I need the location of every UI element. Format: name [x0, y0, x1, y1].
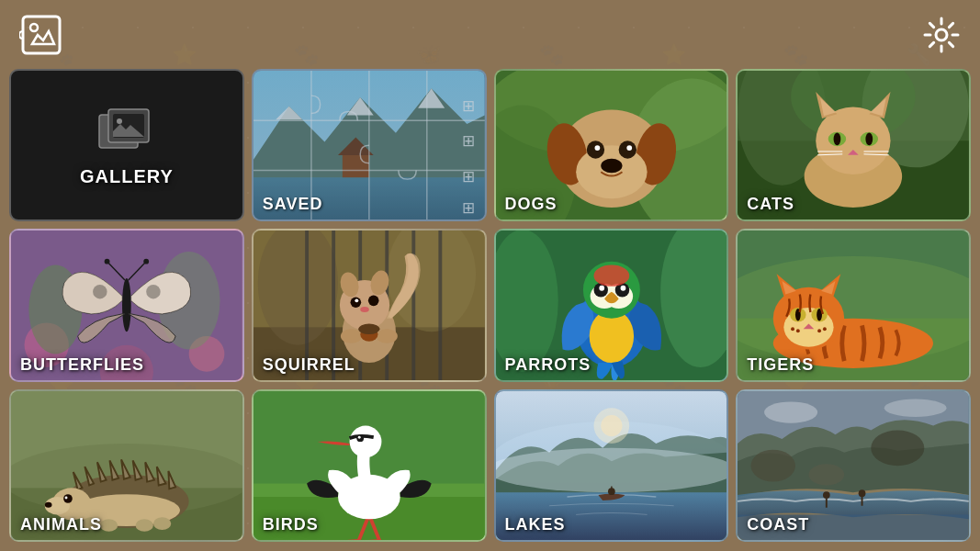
svg-line-8	[949, 42, 952, 46]
tile-parrots[interactable]: PARROTS	[494, 229, 729, 381]
svg-point-112	[593, 265, 629, 287]
svg-point-43	[626, 145, 632, 151]
svg-point-73	[146, 285, 160, 298]
svg-point-59	[866, 133, 873, 146]
svg-point-44	[601, 159, 622, 173]
svg-point-185	[764, 401, 817, 422]
tile-animals[interactable]: ANIMALS	[9, 389, 244, 542]
svg-point-148	[63, 494, 73, 503]
tile-saved[interactable]: ⊞ ⊞ ⊞ ⊞ SAVED	[252, 69, 487, 221]
animals-label: ANIMALS	[11, 510, 242, 540]
svg-point-58	[834, 133, 841, 146]
svg-point-1	[30, 24, 38, 31]
svg-point-178	[751, 449, 795, 481]
svg-point-130	[817, 330, 821, 333]
svg-point-71	[122, 278, 131, 332]
svg-point-93	[368, 296, 379, 307]
header	[0, 0, 980, 69]
svg-point-170	[496, 447, 727, 491]
svg-rect-0	[23, 17, 60, 53]
svg-point-167	[358, 435, 361, 438]
svg-point-129	[796, 330, 800, 333]
svg-point-149	[65, 496, 68, 499]
tile-squirrel[interactable]: SQUIRREL	[252, 229, 487, 381]
svg-line-7	[929, 23, 933, 27]
parrots-label: PARROTS	[496, 350, 727, 380]
svg-point-96	[341, 330, 362, 343]
svg-point-51	[816, 107, 890, 175]
svg-point-72	[93, 285, 107, 298]
lakes-label: LAKES	[496, 510, 727, 540]
svg-line-9	[949, 23, 952, 27]
dogs-label: DOGS	[496, 189, 727, 219]
tile-coast[interactable]: COAST	[736, 389, 971, 542]
butterflies-label: BUTTERFLIES	[11, 350, 242, 380]
tile-dogs[interactable]: DOGS	[494, 69, 729, 221]
tigers-label: TIGERS	[738, 350, 969, 380]
app-logo	[18, 12, 64, 58]
squirrel-label: SQUIRREL	[253, 350, 485, 380]
svg-point-97	[376, 330, 397, 343]
svg-point-131	[823, 328, 827, 332]
svg-point-42	[594, 145, 600, 151]
svg-point-165	[349, 425, 381, 457]
svg-rect-21	[343, 155, 369, 177]
svg-text:⊞: ⊞	[462, 131, 475, 150]
svg-point-2	[936, 29, 947, 40]
svg-point-110	[599, 286, 604, 291]
svg-text:⊞: ⊞	[462, 167, 475, 186]
svg-point-75	[105, 259, 110, 264]
coast-label: COAST	[738, 510, 969, 540]
svg-point-180	[809, 464, 845, 485]
svg-point-128	[791, 328, 794, 332]
category-grid: GALLERY	[9, 69, 971, 542]
svg-point-77	[143, 259, 149, 264]
svg-point-99	[358, 324, 379, 335]
svg-point-111	[620, 286, 625, 291]
svg-point-175	[601, 415, 622, 436]
svg-point-183	[859, 489, 866, 497]
svg-point-186	[884, 399, 947, 416]
tile-birds[interactable]: BIRDS	[252, 389, 487, 542]
saved-label: SAVED	[253, 189, 485, 219]
gallery-label: GALLERY	[80, 166, 174, 187]
tile-cats[interactable]: CATS	[736, 69, 971, 221]
tile-gallery[interactable]: GALLERY	[9, 69, 244, 221]
gallery-icon-container	[95, 104, 159, 159]
settings-button[interactable]	[921, 15, 962, 55]
svg-point-14	[117, 118, 122, 124]
svg-line-10	[929, 42, 933, 46]
cats-label: CATS	[738, 189, 969, 219]
svg-point-92	[350, 298, 361, 309]
tile-tigers[interactable]: TIGERS	[736, 229, 971, 381]
svg-point-95	[360, 307, 369, 312]
svg-text:⊞: ⊞	[462, 96, 475, 115]
svg-point-94	[355, 299, 358, 303]
svg-point-181	[823, 491, 830, 499]
tile-lakes[interactable]: LAKES	[494, 389, 729, 542]
svg-point-150	[45, 502, 52, 508]
birds-label: BIRDS	[253, 510, 485, 540]
tile-butterflies[interactable]: BUTTERFLIES	[9, 229, 244, 381]
svg-point-179	[871, 430, 924, 466]
